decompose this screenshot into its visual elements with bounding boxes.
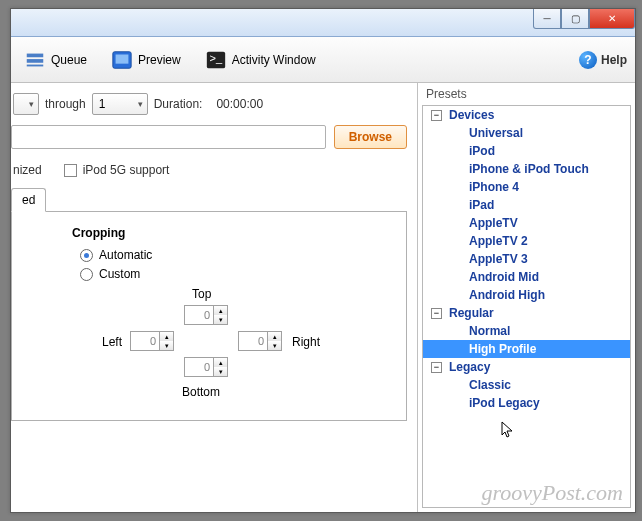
preset-item[interactable]: Classic xyxy=(423,376,630,394)
cropping-auto-label: Automatic xyxy=(99,248,152,262)
preset-item[interactable]: Android High xyxy=(423,286,630,304)
preset-item[interactable]: AppleTV 2 xyxy=(423,232,630,250)
preset-item[interactable]: iPhone & iPod Touch xyxy=(423,160,630,178)
presets-tree[interactable]: −DevicesUniversaliPodiPhone & iPod Touch… xyxy=(422,105,631,508)
preset-item[interactable]: iPad xyxy=(423,196,630,214)
preset-item[interactable]: Universal xyxy=(423,124,630,142)
chapter-start-combo[interactable] xyxy=(13,93,39,115)
chapter-end-combo[interactable]: 1 xyxy=(92,93,148,115)
preview-icon xyxy=(111,49,133,71)
close-button[interactable]: ✕ xyxy=(589,9,635,29)
browse-button[interactable]: Browse xyxy=(334,125,407,149)
ipod-5g-label: iPod 5G support xyxy=(83,163,170,177)
preview-label: Preview xyxy=(138,53,181,67)
through-label: through xyxy=(45,97,86,111)
queue-label: Queue xyxy=(51,53,87,67)
presets-label: Presets xyxy=(418,83,635,105)
collapse-icon[interactable]: − xyxy=(431,308,442,319)
help-label: Help xyxy=(601,53,627,67)
collapse-icon[interactable]: − xyxy=(431,110,442,121)
app-window: ─ ▢ ✕ Queue Preview >_ Activity Window ?… xyxy=(10,8,636,513)
destination-path-input[interactable] xyxy=(11,125,326,149)
maximize-button[interactable]: ▢ xyxy=(561,9,589,29)
terminal-icon: >_ xyxy=(205,49,227,71)
preset-item[interactable]: iPod xyxy=(423,142,630,160)
cropping-auto-radio[interactable]: Automatic xyxy=(80,248,392,262)
activity-label: Activity Window xyxy=(232,53,316,67)
crop-top-label: Top xyxy=(192,287,211,301)
picture-tab-panel: Cropping Automatic Custom Top ▴▾ Le xyxy=(11,211,407,421)
preset-item[interactable]: High Profile xyxy=(423,340,630,358)
collapse-icon[interactable]: − xyxy=(431,362,442,373)
crop-right-label: Right xyxy=(292,335,320,349)
tab-partial[interactable]: ed xyxy=(11,188,46,212)
ipod-5g-checkbox[interactable] xyxy=(64,164,77,177)
preset-item[interactable]: AppleTV xyxy=(423,214,630,232)
watermark: groovyPost.com xyxy=(481,480,623,506)
presets-sidebar: Presets −DevicesUniversaliPodiPhone & iP… xyxy=(417,83,635,512)
optimized-label-partial: nized xyxy=(13,163,42,177)
preview-button[interactable]: Preview xyxy=(102,45,190,75)
svg-text:>_: >_ xyxy=(209,51,222,63)
preset-item[interactable]: AppleTV 3 xyxy=(423,250,630,268)
svg-rect-0 xyxy=(27,53,44,57)
minimize-button[interactable]: ─ xyxy=(533,9,561,29)
help-icon: ? xyxy=(579,51,597,69)
preset-folder-label: Devices xyxy=(449,108,494,122)
cropping-heading: Cropping xyxy=(72,226,392,240)
preset-folder-regular[interactable]: −Regular xyxy=(423,304,630,322)
preset-item[interactable]: Android Mid xyxy=(423,268,630,286)
crop-top-spinner[interactable]: ▴▾ xyxy=(184,305,228,325)
preset-item[interactable]: iPod Legacy xyxy=(423,394,630,412)
preset-item[interactable]: iPhone 4 xyxy=(423,178,630,196)
crop-right-spinner[interactable]: ▴▾ xyxy=(238,331,282,351)
crop-bottom-label: Bottom xyxy=(182,385,220,399)
svg-rect-2 xyxy=(27,64,44,66)
titlebar: ─ ▢ ✕ xyxy=(11,9,635,37)
crop-left-label: Left xyxy=(102,335,122,349)
queue-icon xyxy=(24,49,46,71)
preset-folder-legacy[interactable]: −Legacy xyxy=(423,358,630,376)
preset-folder-devices[interactable]: −Devices xyxy=(423,106,630,124)
activity-window-button[interactable]: >_ Activity Window xyxy=(196,45,325,75)
duration-value: 00:00:00 xyxy=(216,97,263,111)
preset-folder-label: Regular xyxy=(449,306,494,320)
preset-item[interactable]: Normal xyxy=(423,322,630,340)
crop-left-spinner[interactable]: ▴▾ xyxy=(130,331,174,351)
svg-rect-1 xyxy=(27,59,44,63)
main-panel: through 1 Duration: 00:00:00 Browse nize… xyxy=(11,83,417,512)
cropping-custom-label: Custom xyxy=(99,267,140,281)
toolbar: Queue Preview >_ Activity Window ? Help xyxy=(11,37,635,83)
queue-button[interactable]: Queue xyxy=(15,45,96,75)
crop-bottom-spinner[interactable]: ▴▾ xyxy=(184,357,228,377)
duration-label: Duration: xyxy=(154,97,203,111)
help-button[interactable]: ? Help xyxy=(579,51,631,69)
svg-rect-4 xyxy=(116,54,129,63)
radio-icon xyxy=(80,268,93,281)
preset-folder-label: Legacy xyxy=(449,360,490,374)
radio-icon xyxy=(80,249,93,262)
cropping-custom-radio[interactable]: Custom xyxy=(80,267,392,281)
